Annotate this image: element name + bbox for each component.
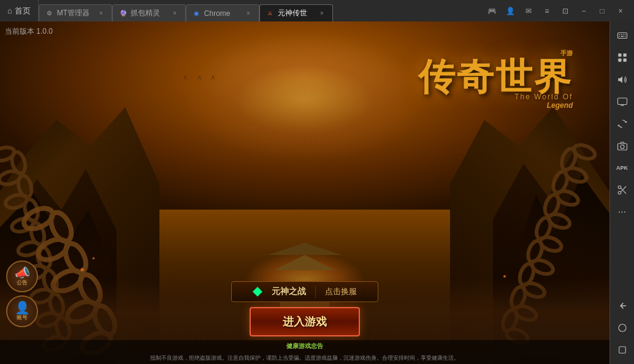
- display-button[interactable]: [612, 91, 633, 112]
- svg-rect-0: [617, 33, 627, 39]
- avatar-icon[interactable]: 👤: [502, 4, 519, 18]
- chrome-icon: ◉: [193, 9, 201, 18]
- particle-3: [503, 275, 506, 278]
- titlebar: ⌂ 首页 ⚙ MT管理器 × 🔮 抓包精灵 × ◉ Chrome × ⚔ 元神传…: [0, 0, 634, 21]
- home-icon: [617, 322, 628, 333]
- tab-close-chrome[interactable]: ×: [244, 9, 253, 18]
- volume-icon: [617, 74, 628, 85]
- screen-icon[interactable]: ⊡: [557, 4, 574, 18]
- tab-label: 元神传世: [278, 8, 315, 18]
- main-content: ∧ ∧ ∧: [0, 21, 609, 364]
- apps-button[interactable]: [612, 47, 633, 68]
- particle-2: [92, 257, 95, 260]
- server-divider: [315, 286, 316, 298]
- svg-rect-5: [619, 36, 620, 37]
- right-sidebar: APK ···: [609, 21, 634, 364]
- mt-manager-icon: ⚙: [45, 9, 54, 18]
- tab-close-mt[interactable]: ×: [97, 9, 105, 18]
- announcement-label: 公告: [17, 279, 28, 287]
- apk-button[interactable]: APK: [612, 157, 633, 178]
- tab-chrome[interactable]: ◉ Chrome ×: [186, 4, 259, 21]
- home-icon: ⌂: [7, 6, 12, 15]
- game-background: ∧ ∧ ∧: [0, 21, 609, 364]
- keyboard-button[interactable]: [612, 25, 633, 46]
- rotate-button[interactable]: [612, 113, 633, 134]
- play-button[interactable]: 进入游戏: [250, 307, 360, 336]
- server-name: 元神之战: [272, 286, 306, 297]
- tab-label: 抓包精灵: [131, 8, 167, 18]
- apps-icon: [617, 52, 628, 63]
- svg-rect-7: [624, 36, 625, 37]
- back-icon: [617, 300, 628, 311]
- particle-1: [80, 267, 85, 272]
- account-button[interactable]: 👤 账号: [6, 295, 38, 327]
- yuanshen-icon: ⚔: [266, 9, 275, 18]
- version-text: 当前版本 1.0.0: [5, 26, 53, 37]
- menu-icon[interactable]: ≡: [538, 4, 556, 18]
- display-icon: [617, 96, 628, 107]
- cloud-effect: [182, 39, 427, 161]
- maximize-button[interactable]: □: [594, 4, 611, 18]
- server-indicator: [253, 287, 262, 297]
- svg-rect-13: [617, 98, 627, 105]
- svg-rect-16: [617, 143, 627, 150]
- svg-point-22: [619, 324, 626, 332]
- camera-icon: [617, 140, 628, 151]
- tab-close-yuanshen[interactable]: ×: [318, 9, 326, 18]
- back-button[interactable]: [612, 295, 633, 316]
- home-tab[interactable]: ⌂ 首页: [0, 0, 39, 21]
- svg-rect-10: [618, 59, 621, 62]
- svg-rect-2: [621, 34, 622, 36]
- mail-icon[interactable]: ✉: [520, 4, 537, 18]
- svg-rect-4: [624, 34, 625, 36]
- tab-catch-spirit[interactable]: 🔮 抓包精灵 ×: [112, 4, 186, 21]
- camera-button[interactable]: [612, 135, 633, 156]
- health-title: 健康游戏忠告: [5, 342, 605, 351]
- svg-rect-8: [618, 53, 621, 56]
- recent-button[interactable]: [612, 339, 633, 360]
- server-row: 元神之战 点击换服: [231, 281, 378, 302]
- change-server-button[interactable]: 点击换服: [325, 286, 357, 297]
- logo-subtitle2: Legend: [418, 101, 573, 110]
- catch-spirit-icon: 🔮: [119, 9, 128, 18]
- health-advisory-bar: 健康游戏忠告 抵制不良游戏，拒绝盗版游戏。注意自我保护，谨防上当受骗。适度游戏益…: [0, 340, 609, 364]
- center-buttons: 元神之战 点击换服 进入游戏: [231, 281, 378, 336]
- tab-close-catch[interactable]: ×: [170, 9, 179, 18]
- scissors-icon: [617, 184, 628, 195]
- tabs-area: ⚙ MT管理器 × 🔮 抓包精灵 × ◉ Chrome × ⚔ 元神传世 ×: [39, 0, 478, 21]
- close-button[interactable]: ×: [612, 4, 629, 18]
- more-button[interactable]: ···: [612, 202, 633, 222]
- rotate-icon: [617, 118, 628, 129]
- announcement-icon: 📣: [15, 267, 30, 279]
- announcement-button[interactable]: 📣 公告: [6, 260, 38, 292]
- health-text: 抵制不良游戏，拒绝盗版游戏。注意自我保护，谨防上当受骗。适度游戏益脑，沉迷游戏伤…: [150, 355, 459, 361]
- scissors-button[interactable]: [612, 180, 633, 200]
- recent-icon: [617, 344, 628, 355]
- svg-rect-11: [623, 59, 626, 62]
- tab-label: Chrome: [204, 9, 241, 18]
- gamepad-icon[interactable]: 🎮: [483, 4, 500, 18]
- volume-button[interactable]: [612, 69, 633, 90]
- tab-yuanshen[interactable]: ⚔ 元神传世 ×: [259, 4, 333, 21]
- birds-decoration: ∧ ∧ ∧: [183, 73, 219, 82]
- svg-rect-6: [621, 36, 624, 37]
- left-icons: 📣 公告 👤 账号: [6, 260, 38, 327]
- svg-marker-12: [618, 77, 622, 83]
- minimize-button[interactable]: −: [575, 4, 592, 18]
- svg-rect-1: [619, 34, 620, 36]
- svg-rect-3: [622, 34, 624, 36]
- home-button[interactable]: [612, 317, 633, 338]
- account-icon: 👤: [15, 301, 30, 314]
- tab-mt-manager[interactable]: ⚙ MT管理器 ×: [39, 4, 112, 21]
- svg-rect-23: [619, 347, 625, 354]
- window-controls: 🎮 👤 ✉ ≡ ⊡ − □ ×: [478, 0, 634, 21]
- account-label: 账号: [17, 314, 28, 322]
- svg-point-17: [621, 145, 624, 149]
- keyboard-icon: [617, 30, 628, 41]
- home-label: 首页: [15, 6, 31, 17]
- tab-label: MT管理器: [57, 8, 94, 18]
- logo-main-text: 传奇世界: [418, 59, 573, 96]
- svg-rect-9: [623, 53, 626, 56]
- game-logo: 手游 传奇世界 The World Of Legend: [418, 49, 573, 110]
